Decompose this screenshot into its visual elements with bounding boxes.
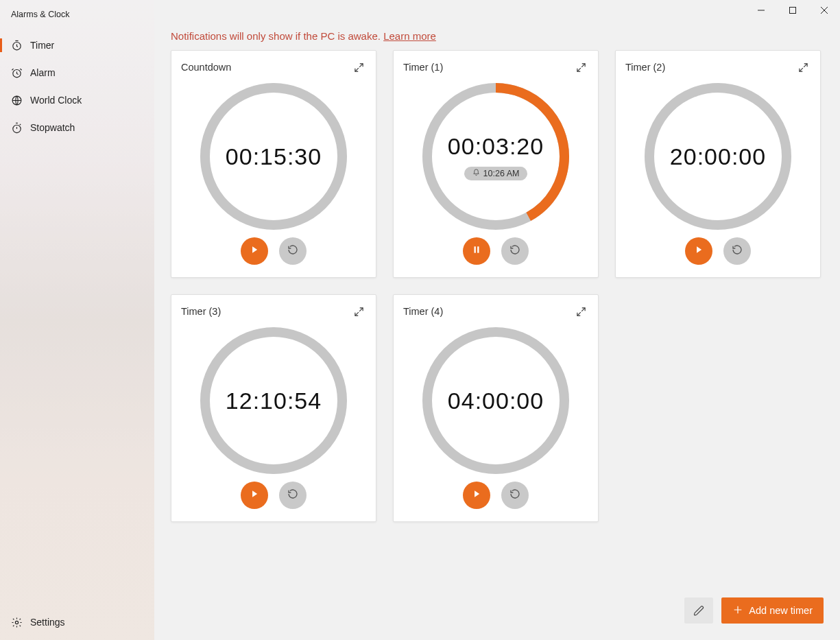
window-maximize-button[interactable] bbox=[777, 0, 808, 21]
pause-button[interactable] bbox=[463, 237, 490, 265]
notification-text: Notifications will only show if the PC i… bbox=[171, 30, 383, 42]
plus-icon bbox=[732, 604, 743, 617]
reset-button[interactable] bbox=[501, 237, 529, 265]
nav-item-label: Alarm bbox=[30, 67, 56, 78]
reset-icon bbox=[732, 244, 743, 258]
timer-card[interactable]: Timer (3) 12:10:54 bbox=[171, 294, 376, 522]
window-controls bbox=[745, 0, 840, 21]
timer-ring: 00:03:20 10:26 AM bbox=[403, 75, 588, 237]
timer-name: Timer (2) bbox=[625, 62, 665, 73]
play-button[interactable] bbox=[685, 237, 712, 265]
timer-name: Timer (4) bbox=[403, 306, 443, 317]
timer-end-time-text: 10:26 AM bbox=[483, 169, 520, 178]
svg-rect-10 bbox=[475, 246, 476, 252]
timer-card[interactable]: Timer (4) 04:00:00 bbox=[393, 294, 599, 522]
nav-item-world-clock[interactable]: World Clock bbox=[0, 86, 154, 114]
reset-button[interactable] bbox=[501, 482, 529, 509]
timer-name: Timer (1) bbox=[403, 62, 443, 73]
settings-icon bbox=[10, 617, 23, 628]
add-new-timer-button[interactable]: Add new timer bbox=[721, 597, 824, 624]
app-title: Alarms & Clock bbox=[0, 0, 154, 32]
timer-icon bbox=[10, 40, 23, 51]
pause-icon bbox=[472, 245, 481, 257]
play-icon bbox=[250, 245, 259, 257]
reset-icon bbox=[509, 244, 520, 258]
play-icon bbox=[472, 489, 481, 501]
play-icon bbox=[694, 245, 704, 257]
timer-ring: 20:00:00 bbox=[625, 75, 811, 237]
expand-timer-button[interactable] bbox=[573, 60, 588, 75]
edit-timers-button[interactable] bbox=[684, 597, 713, 624]
expand-timer-button[interactable] bbox=[573, 304, 588, 319]
play-icon bbox=[250, 489, 259, 501]
nav-item-timer[interactable]: Timer bbox=[0, 32, 154, 59]
play-button[interactable] bbox=[241, 482, 268, 509]
window-close-button[interactable] bbox=[808, 0, 840, 21]
reset-icon bbox=[509, 488, 520, 502]
nav-item-settings[interactable]: Settings bbox=[0, 608, 154, 636]
svg-point-16 bbox=[427, 332, 564, 469]
reset-button[interactable] bbox=[279, 482, 307, 509]
nav-item-label: Settings bbox=[30, 617, 65, 628]
nav-item-label: Stopwatch bbox=[30, 122, 75, 133]
expand-timer-button[interactable] bbox=[795, 60, 811, 75]
sidebar: Alarms & Clock Timer Alarm World Clock S… bbox=[0, 0, 154, 640]
svg-rect-11 bbox=[477, 246, 479, 252]
window-minimize-button[interactable] bbox=[745, 0, 777, 21]
reset-button[interactable] bbox=[279, 237, 307, 265]
main-content: Notifications will only show if the PC i… bbox=[154, 0, 840, 640]
expand-timer-button[interactable] bbox=[351, 60, 366, 75]
play-button[interactable] bbox=[241, 237, 268, 265]
reset-button[interactable] bbox=[723, 237, 751, 265]
nav-list: Timer Alarm World Clock Stopwatch bbox=[0, 32, 154, 141]
notification-banner: Notifications will only show if the PC i… bbox=[154, 0, 840, 50]
play-button[interactable] bbox=[463, 482, 490, 509]
reset-icon bbox=[287, 488, 298, 502]
bell-icon bbox=[472, 169, 480, 178]
nav-item-label: Timer bbox=[30, 40, 54, 51]
footer-actions: Add new timer bbox=[684, 597, 824, 624]
alarm-icon bbox=[10, 67, 23, 79]
timer-end-time-chip: 10:26 AM bbox=[464, 167, 528, 180]
expand-timer-button[interactable] bbox=[351, 304, 366, 319]
timer-ring: 12:10:54 bbox=[181, 320, 366, 482]
svg-rect-5 bbox=[790, 8, 796, 14]
timer-cards-grid: Countdown 00:15:30 bbox=[154, 50, 840, 538]
learn-more-link[interactable]: Learn more bbox=[383, 30, 436, 42]
world-clock-icon bbox=[10, 95, 23, 106]
add-timer-label: Add new timer bbox=[749, 605, 813, 616]
timer-ring: 04:00:00 bbox=[403, 320, 588, 482]
svg-point-6 bbox=[205, 88, 342, 225]
svg-point-14 bbox=[205, 332, 342, 469]
nav-item-label: World Clock bbox=[30, 95, 82, 106]
nav-item-stopwatch[interactable]: Stopwatch bbox=[0, 114, 154, 141]
nav-item-alarm[interactable]: Alarm bbox=[0, 59, 154, 86]
timer-name: Timer (3) bbox=[181, 306, 221, 317]
timer-ring: 00:15:30 bbox=[181, 75, 366, 237]
timer-name: Countdown bbox=[181, 62, 231, 73]
stopwatch-icon bbox=[10, 122, 23, 134]
timer-card[interactable]: Timer (2) 20:00:00 bbox=[615, 50, 821, 278]
timer-card[interactable]: Timer (1) 00:03:20 10:26 AM bbox=[393, 50, 599, 278]
timer-card[interactable]: Countdown 00:15:30 bbox=[171, 50, 376, 278]
svg-point-4 bbox=[15, 621, 18, 624]
svg-point-12 bbox=[649, 88, 787, 225]
reset-icon bbox=[287, 244, 298, 258]
